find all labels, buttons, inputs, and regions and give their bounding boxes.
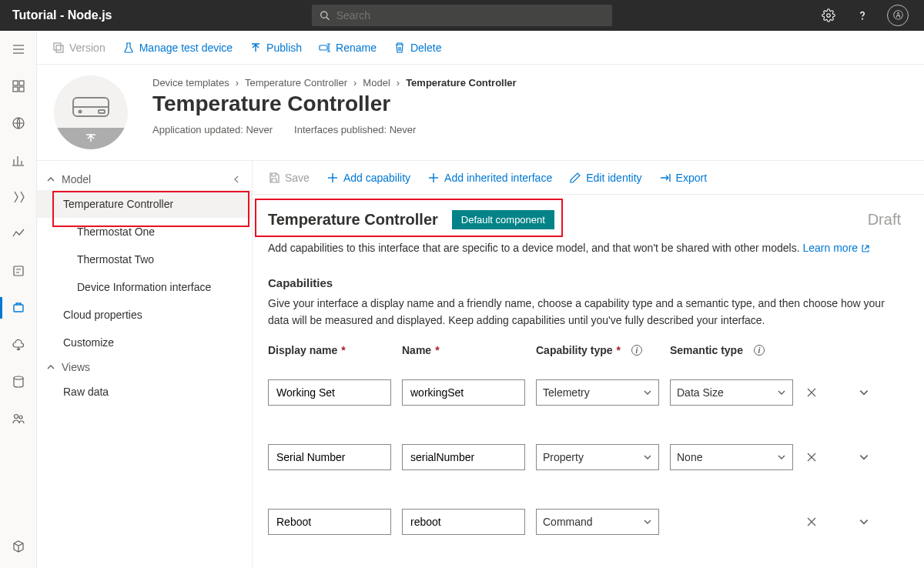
status-draft: Draft (868, 211, 901, 229)
cloud-out-icon (12, 338, 25, 352)
search-icon (320, 10, 330, 21)
rail-templates[interactable] (9, 299, 28, 317)
version-button: Version (52, 42, 105, 54)
editor-panel: Save Add capability Add inherited interf… (253, 161, 924, 568)
delete-button[interactable]: Delete (393, 42, 441, 54)
sem-type-select[interactable]: Data Size (670, 379, 793, 406)
svg-line-1 (327, 17, 330, 19)
search-input[interactable] (336, 9, 605, 22)
delete-row-button[interactable] (804, 514, 819, 530)
name-input[interactable] (402, 509, 525, 535)
add-capability-button[interactable]: Add capability (326, 172, 410, 184)
svg-rect-27 (99, 110, 105, 113)
plus-icon (326, 172, 339, 184)
rail-analytics[interactable] (9, 225, 28, 243)
info-icon[interactable]: i (754, 345, 765, 356)
svg-point-0 (321, 12, 327, 18)
settings-button[interactable] (819, 6, 838, 25)
rail-chart[interactable] (9, 151, 28, 169)
template-header: Device templates› Temperature Controller… (37, 65, 924, 161)
model-header[interactable]: Model (37, 169, 252, 190)
menu-toggle[interactable] (9, 40, 28, 58)
tree-item[interactable]: Customize (37, 329, 252, 356)
col-display-name: Display name * (268, 344, 391, 356)
expand-row-button[interactable] (856, 385, 872, 400)
info-icon[interactable]: i (631, 345, 642, 356)
svg-rect-22 (56, 45, 63, 52)
globe-icon (12, 116, 25, 130)
rail-globe[interactable] (9, 114, 28, 132)
flask-icon (122, 42, 135, 54)
tree-item[interactable]: Thermostat Two (37, 246, 252, 273)
rail-export[interactable] (9, 336, 28, 354)
capabilities-heading: Capabilities (268, 276, 901, 289)
svg-rect-21 (54, 43, 61, 50)
tree-item[interactable]: Thermostat One (37, 218, 252, 246)
expand-row-button[interactable] (856, 514, 872, 530)
topbar-right: Ⓐ (819, 5, 918, 26)
export-icon (659, 172, 671, 184)
template-icon (54, 75, 128, 149)
sem-type-select[interactable]: None (670, 444, 793, 470)
expand-row-button[interactable] (856, 449, 872, 465)
export-button[interactable]: Export (659, 172, 707, 184)
avatar[interactable]: Ⓐ (887, 5, 909, 26)
tree-item-temperature-controller[interactable]: Temperature Controller (37, 190, 252, 218)
svg-point-26 (79, 111, 82, 113)
rail-rules[interactable] (9, 188, 28, 206)
jobs-icon (12, 264, 25, 278)
chevron-down-icon (777, 453, 786, 462)
delete-row-button[interactable] (804, 385, 819, 400)
learn-more-link[interactable]: Learn more (803, 242, 870, 254)
command-bar: Version Manage test device Publish Renam… (37, 31, 924, 65)
rules-icon (12, 190, 25, 204)
chevron-down-icon (643, 517, 652, 526)
chevron-down-icon (859, 452, 869, 463)
col-cap-type: Capability type * i (536, 344, 659, 356)
tree-item-raw-data[interactable]: Raw data (37, 378, 252, 406)
svg-rect-8 (19, 81, 24, 85)
rename-button[interactable]: Rename (319, 42, 377, 54)
upload-icon (85, 132, 97, 145)
crumb[interactable]: Temperature Controller (245, 77, 347, 89)
delete-row-button[interactable] (804, 449, 819, 465)
analytics-icon (12, 227, 25, 241)
close-icon (806, 387, 817, 398)
rail-dashboard[interactable] (9, 77, 28, 95)
display-name-input[interactable] (268, 509, 391, 535)
display-name-input[interactable] (268, 379, 391, 406)
tree-item[interactable]: Cloud properties (37, 301, 252, 329)
rail-jobs[interactable] (9, 262, 28, 280)
help-button[interactable] (853, 6, 872, 25)
save-icon (268, 172, 280, 184)
helper-text: Add capabilities to this interface that … (268, 240, 901, 256)
rail-admin[interactable] (9, 537, 28, 556)
publish-button[interactable]: Publish (249, 42, 302, 54)
add-inherited-button[interactable]: Add inherited interface (427, 172, 552, 184)
crumb[interactable]: Device templates (152, 77, 229, 89)
display-name-input[interactable] (268, 444, 391, 470)
views-header[interactable]: Views (37, 356, 252, 378)
name-input[interactable] (402, 444, 525, 470)
tree-item[interactable]: Device Information interface (37, 273, 252, 301)
storage-icon (12, 375, 25, 389)
chevron-down-icon (859, 387, 869, 398)
cap-type-select[interactable]: Command (536, 509, 659, 535)
save-button: Save (268, 172, 310, 184)
svg-rect-7 (13, 81, 18, 85)
search-box[interactable] (312, 5, 612, 26)
cap-type-select[interactable]: Telemetry (536, 379, 659, 406)
chevron-left-icon[interactable] (232, 175, 241, 184)
name-input[interactable] (402, 379, 525, 406)
cap-type-select[interactable]: Property (536, 444, 659, 470)
close-icon (806, 516, 817, 527)
grid-icon (12, 79, 25, 93)
plus-icon (427, 172, 440, 184)
edit-identity-button[interactable]: Edit identity (569, 172, 641, 184)
crumb[interactable]: Model (363, 77, 390, 89)
manage-test-button[interactable]: Manage test device (122, 42, 233, 54)
rail-storage[interactable] (9, 373, 28, 391)
rail-users[interactable] (9, 409, 28, 428)
svg-point-18 (14, 376, 23, 379)
svg-point-3 (862, 18, 863, 19)
